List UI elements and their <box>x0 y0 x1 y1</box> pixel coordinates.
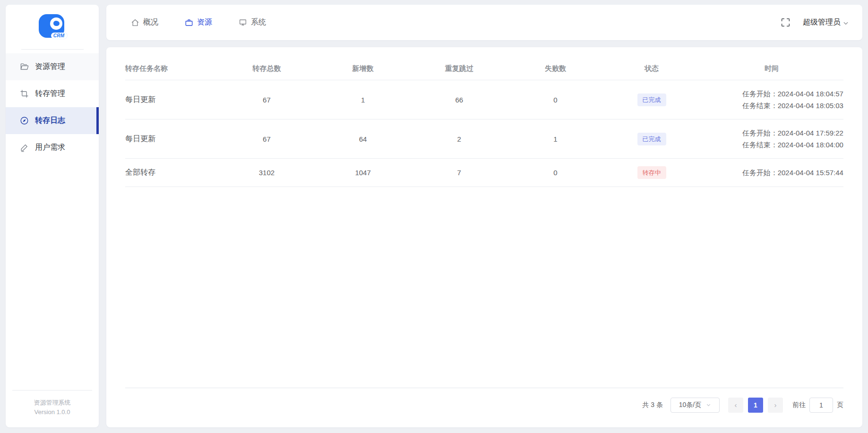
tab-resources[interactable]: 资源 <box>185 17 212 27</box>
cell-time: 任务开始：2024-04-04 15:57:44 <box>700 159 843 186</box>
status-badge: 已完成 <box>637 93 666 106</box>
cell-failed: 0 <box>507 88 604 111</box>
pagination-total: 共 3 条 <box>642 401 663 409</box>
cell-task-name: 全部转存 <box>125 160 219 185</box>
cell-total: 3102 <box>219 161 315 184</box>
footer-app-title: 资源管理系统 <box>6 398 99 408</box>
divider <box>21 49 84 50</box>
user-menu[interactable]: 超级管理员 <box>803 17 849 27</box>
col-header-skipped: 重复跳过 <box>411 58 507 80</box>
cell-added: 64 <box>315 127 411 151</box>
logo-text: CRM <box>51 33 67 39</box>
col-header-added: 新增数 <box>315 58 411 80</box>
time-line: 任务开始：2024-04-04 17:59:22 <box>700 127 843 139</box>
topbar: 概况资源系统 超级管理员 <box>106 5 862 40</box>
chevron-down-icon <box>706 402 711 408</box>
cell-skipped: 2 <box>411 127 507 151</box>
cell-task-name: 每日更新 <box>125 87 219 112</box>
cell-skipped: 66 <box>411 88 507 111</box>
cell-status: 已完成 <box>603 86 700 114</box>
cell-total: 67 <box>219 127 315 151</box>
topbar-right: 超级管理员 <box>781 17 849 27</box>
crop-icon <box>20 89 29 98</box>
sidebar-menu: 资源管理转存管理转存日志用户需求 <box>6 53 99 161</box>
sidebar-item-transfer-log[interactable]: 转存日志 <box>6 107 99 134</box>
col-header-total: 转存总数 <box>219 58 315 80</box>
sidebar-item-transfer-management[interactable]: 转存管理 <box>6 80 99 107</box>
cell-task-name: 每日更新 <box>125 127 219 152</box>
sidebar-item-resource-management[interactable]: 资源管理 <box>6 53 99 80</box>
sidebar-item-label: 用户需求 <box>35 143 65 153</box>
user-menu-label: 超级管理员 <box>803 17 841 27</box>
footer-version: Version 1.0.0 <box>6 408 99 417</box>
monitor-icon <box>239 18 247 27</box>
app-logo: CRM <box>6 5 99 40</box>
chevron-down-icon <box>842 20 849 26</box>
time-line: 任务开始：2024-04-04 15:57:44 <box>700 167 843 178</box>
cell-time: 任务开始：2024-04-04 18:04:57任务结束：2024-04-04 … <box>700 80 843 119</box>
content-card: 转存任务名称 转存总数 新增数 重复跳过 失败数 状态 时间 每日更新67166… <box>106 47 862 427</box>
cell-skipped: 7 <box>411 161 507 184</box>
cell-failed: 0 <box>507 161 604 184</box>
divider <box>12 390 92 391</box>
cell-status: 转存中 <box>603 159 700 187</box>
time-line: 任务结束：2024-04-04 18:05:03 <box>700 100 843 111</box>
page-size-value: 10条/页 <box>679 401 701 409</box>
col-header-failed: 失败数 <box>507 58 604 80</box>
col-header-task-name: 转存任务名称 <box>125 58 219 80</box>
next-page-button[interactable]: › <box>768 398 783 413</box>
page-size-select[interactable]: 10条/页 <box>670 398 720 413</box>
col-header-status: 状态 <box>603 58 700 80</box>
sidebar: CRM 资源管理转存管理转存日志用户需求 资源管理系统 Version 1.0.… <box>6 5 99 427</box>
cell-added: 1047 <box>315 161 411 184</box>
cell-total: 67 <box>219 88 315 111</box>
goto-page-input[interactable] <box>809 398 833 413</box>
status-badge: 已完成 <box>637 133 666 145</box>
table-body: 每日更新671660已完成任务开始：2024-04-04 18:04:57任务结… <box>125 80 843 187</box>
transfer-log-table: 转存任务名称 转存总数 新增数 重复跳过 失败数 状态 时间 每日更新67166… <box>106 47 862 187</box>
cell-time: 任务开始：2024-04-04 17:59:22任务结束：2024-04-04 … <box>700 119 843 158</box>
prev-page-button[interactable]: ‹ <box>728 398 743 413</box>
tab-overview[interactable]: 概况 <box>131 17 158 27</box>
sidebar-item-label: 转存日志 <box>35 116 65 126</box>
goto-suffix: 页 <box>837 401 843 409</box>
edit-icon <box>20 143 29 152</box>
tab-system[interactable]: 系统 <box>239 17 266 27</box>
tab-label: 系统 <box>251 17 266 27</box>
goto-label: 前往 <box>792 401 806 409</box>
time-line: 任务结束：2024-04-04 18:04:00 <box>700 139 843 151</box>
folder-icon <box>20 62 29 71</box>
tab-label: 资源 <box>197 17 212 27</box>
cell-failed: 1 <box>507 127 604 151</box>
pagination-bar: 共 3 条 10条/页 ‹ 1 › 前往 页 <box>125 388 843 422</box>
tab-label: 概况 <box>143 17 158 27</box>
sidebar-item-user-requests[interactable]: 用户需求 <box>6 134 99 161</box>
table-row: 每日更新671660已完成任务开始：2024-04-04 18:04:57任务结… <box>125 80 843 119</box>
fullscreen-icon[interactable] <box>781 17 791 27</box>
time-line: 任务开始：2024-04-04 18:04:57 <box>700 88 843 100</box>
status-badge: 转存中 <box>637 166 666 179</box>
home-icon <box>131 18 139 27</box>
cell-status: 已完成 <box>603 125 700 153</box>
table-header-row: 转存任务名称 转存总数 新增数 重复跳过 失败数 状态 时间 <box>125 58 843 80</box>
compass-icon <box>20 116 29 125</box>
col-header-time: 时间 <box>700 58 843 80</box>
table-row: 全部转存3102104770转存中任务开始：2024-04-04 15:57:4… <box>125 159 843 187</box>
sidebar-footer: 资源管理系统 Version 1.0.0 <box>6 390 99 427</box>
page-button-1[interactable]: 1 <box>748 398 763 413</box>
sidebar-item-label: 资源管理 <box>35 62 65 72</box>
briefcase-icon <box>185 18 193 27</box>
cell-added: 1 <box>315 88 411 111</box>
top-nav-tabs: 概况资源系统 <box>131 17 266 27</box>
sidebar-item-label: 转存管理 <box>35 89 65 99</box>
table-row: 每日更新676421已完成任务开始：2024-04-04 17:59:22任务结… <box>125 119 843 159</box>
